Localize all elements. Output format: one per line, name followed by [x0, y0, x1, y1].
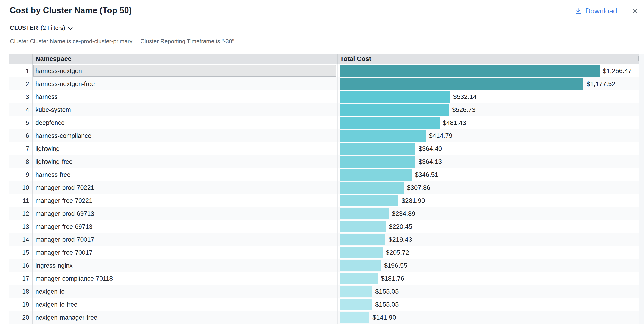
row-rank: 12 — [9, 207, 33, 220]
namespace-label: manager-free-70017 — [36, 249, 92, 256]
namespace-label: deepfence — [36, 119, 64, 126]
table-row[interactable]: 9 harness-free $346.51 — [9, 168, 639, 181]
namespace-cell[interactable]: manager-free-69713 — [33, 221, 336, 233]
table-row[interactable]: 5 deepfence $481.43 — [9, 116, 639, 129]
table-row[interactable]: 3 harness $532.14 — [9, 90, 639, 103]
table-row[interactable]: 12 manager-prod-69713 $234.89 — [9, 207, 639, 220]
namespace-cell[interactable]: manager-compliance-70118 — [33, 273, 336, 285]
scrollbar-track — [639, 54, 644, 324]
total-cost-cell: $1,177.52 — [338, 77, 639, 90]
table-row[interactable]: 16 ingress-nginx $196.55 — [9, 259, 639, 272]
namespace-label: manager-compliance-70118 — [36, 275, 113, 282]
total-cost-cell: $220.45 — [338, 220, 639, 233]
cost-bar — [340, 143, 415, 154]
namespace-cell[interactable]: lightwing — [33, 143, 336, 155]
namespace-cell[interactable]: harness-free — [33, 169, 336, 181]
table-row[interactable]: 2 harness-nextgen-free $1,177.52 — [9, 77, 639, 90]
table-row[interactable]: 1 harness-nextgen $1,256.47 — [9, 64, 639, 77]
row-rank: 14 — [9, 233, 33, 246]
table-row[interactable]: 8 lightwing-free $364.13 — [9, 155, 639, 168]
namespace-cell[interactable]: nextgen-le — [33, 285, 336, 297]
scrollbar-thumb[interactable] — [638, 56, 639, 61]
column-header-namespace[interactable]: Namespace — [33, 54, 338, 64]
namespace-label: harness-compliance — [36, 132, 92, 139]
row-rank: 1 — [9, 64, 33, 77]
namespace-cell[interactable]: deepfence — [33, 117, 336, 129]
row-rank: 15 — [9, 246, 33, 259]
total-cost-cell: $1,256.47 — [338, 64, 639, 77]
cost-value: $281.90 — [402, 197, 425, 204]
namespace-cell[interactable]: nextgen-manager-free — [33, 311, 336, 323]
namespace-cell[interactable]: lightwing-free — [33, 156, 336, 168]
namespace-label: nextgen-manager-free — [36, 314, 97, 321]
filter-count-label: (2 Filters) — [41, 25, 65, 31]
cost-by-cluster-panel: Cost by Cluster Name (Top 50) Download C… — [0, 0, 644, 324]
cost-value: $1,256.47 — [603, 67, 632, 75]
close-button[interactable] — [632, 8, 638, 15]
total-cost-cell: $481.43 — [338, 116, 639, 129]
namespace-cell[interactable]: ingress-nginx — [33, 260, 336, 272]
close-icon — [632, 8, 638, 15]
cost-value: $307.86 — [407, 184, 430, 192]
cost-bar — [340, 104, 449, 116]
total-cost-cell: $364.40 — [338, 142, 639, 155]
cost-value: $1,177.52 — [586, 80, 616, 88]
cost-bar — [340, 247, 383, 258]
table-row[interactable]: 15 manager-free-70017 $205.72 — [9, 246, 639, 259]
cost-bar — [340, 299, 372, 310]
table-row[interactable]: 7 lightwing $364.40 — [9, 142, 639, 155]
total-cost-cell: $364.13 — [338, 155, 639, 168]
total-cost-cell: $346.51 — [338, 168, 639, 181]
namespace-cell[interactable]: manager-free-70017 — [33, 247, 336, 259]
total-cost-cell: $532.14 — [338, 90, 639, 103]
cost-value: $364.13 — [418, 158, 442, 166]
namespace-cell[interactable]: manager-prod-70017 — [33, 234, 336, 246]
total-cost-cell: $281.90 — [338, 194, 639, 207]
cluster-filters-toggle[interactable]: CLUSTER (2 Filters) — [10, 25, 73, 31]
namespace-cell[interactable]: harness-nextgen-free — [33, 78, 336, 90]
table-row[interactable]: 10 manager-prod-70221 $307.86 — [9, 181, 639, 194]
namespace-label: manager-free-70221 — [36, 197, 92, 204]
row-rank: 13 — [9, 220, 33, 233]
namespace-cell[interactable]: manager-prod-69713 — [33, 208, 336, 220]
total-cost-cell: $181.76 — [338, 272, 639, 285]
table-row[interactable]: 13 manager-free-69713 $220.45 — [9, 220, 639, 233]
table-header-row: Namespace Total Cost — [9, 54, 639, 64]
table-body: 1 harness-nextgen $1,256.47 2 harness-ne… — [9, 64, 639, 324]
table-row[interactable]: 4 kube-system $526.73 — [9, 103, 639, 116]
namespace-label: nextgen-le — [36, 288, 64, 295]
cost-value: $155.05 — [375, 301, 398, 308]
namespace-label: harness-free — [36, 171, 70, 179]
namespace-label: nextgen-le-free — [36, 301, 78, 308]
namespace-cell[interactable]: kube-system — [33, 104, 336, 116]
namespace-cell[interactable]: manager-free-70221 — [33, 195, 336, 207]
table-row[interactable]: 20 nextgen-manager-free $141.90 — [9, 311, 639, 324]
row-rank: 3 — [9, 90, 33, 103]
cost-bar — [340, 208, 389, 220]
filter-group-label: CLUSTER — [10, 25, 38, 31]
namespace-cell[interactable]: manager-prod-70221 — [33, 182, 336, 194]
namespace-label: harness-nextgen — [36, 67, 82, 75]
namespace-cell[interactable]: harness — [33, 91, 336, 103]
namespace-label: manager-free-69713 — [36, 223, 92, 230]
cost-bar — [340, 195, 398, 207]
row-rank: 6 — [9, 129, 33, 142]
table-row[interactable]: 6 harness-compliance $414.79 — [9, 129, 639, 142]
namespace-cell[interactable]: harness-nextgen — [33, 65, 336, 77]
namespace-label: kube-system — [36, 106, 71, 114]
download-button[interactable]: Download — [574, 7, 617, 15]
cost-value: $205.72 — [386, 249, 409, 256]
total-cost-cell: $234.89 — [338, 207, 639, 220]
row-rank: 20 — [9, 311, 33, 324]
table-row[interactable]: 17 manager-compliance-70118 $181.76 — [9, 272, 639, 285]
namespace-label: manager-prod-70017 — [36, 236, 94, 243]
table-row[interactable]: 14 manager-prod-70017 $219.43 — [9, 233, 639, 246]
namespace-cell[interactable]: harness-compliance — [33, 130, 336, 142]
cost-bar — [340, 130, 426, 142]
table-row[interactable]: 18 nextgen-le $155.05 — [9, 285, 639, 298]
table-row[interactable]: 11 manager-free-70221 $281.90 — [9, 194, 639, 207]
row-rank: 11 — [9, 194, 33, 207]
namespace-cell[interactable]: nextgen-le-free — [33, 298, 336, 310]
column-header-total-cost[interactable]: Total Cost — [338, 54, 639, 64]
table-row[interactable]: 19 nextgen-le-free $155.05 — [9, 298, 639, 311]
